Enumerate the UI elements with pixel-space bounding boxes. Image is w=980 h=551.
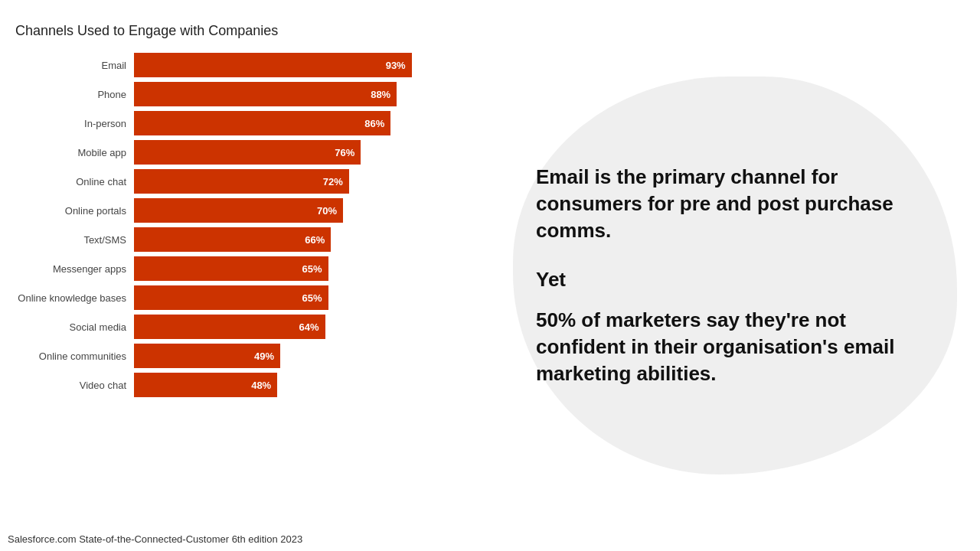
bar-label: Phone xyxy=(15,89,134,100)
bar-value: 49% xyxy=(254,350,274,362)
bar-fill: 76% xyxy=(134,140,361,165)
yet-label: Yet xyxy=(536,268,934,292)
bar-fill: 66% xyxy=(134,227,331,252)
bar-label: Social media xyxy=(15,321,134,333)
bar-value: 76% xyxy=(335,147,354,158)
bar-label: Online knowledge bases xyxy=(15,292,134,304)
bar-row: Online portals70% xyxy=(15,198,475,223)
bar-label: Online communities xyxy=(15,350,134,362)
bar-track: 65% xyxy=(134,285,475,310)
bar-fill: 72% xyxy=(134,169,349,194)
bar-track: 88% xyxy=(134,82,475,106)
bar-row: Mobile app76% xyxy=(15,140,475,165)
bar-track: 70% xyxy=(134,198,475,223)
footer: Salesforce.com State-of-the-Connected-Cu… xyxy=(8,533,302,545)
bar-value: 70% xyxy=(317,205,337,217)
chart-title: Channels Used to Engage with Companies xyxy=(15,23,475,39)
bar-value: 93% xyxy=(386,60,406,71)
bar-label: Email xyxy=(15,60,134,71)
bar-label: Online portals xyxy=(15,205,134,217)
bar-fill: 93% xyxy=(134,53,412,77)
bar-row: Messenger apps65% xyxy=(15,256,475,281)
bar-row: Text/SMS66% xyxy=(15,227,475,252)
bar-value: 48% xyxy=(251,380,271,391)
bar-track: 86% xyxy=(134,111,475,135)
bar-value: 65% xyxy=(302,292,322,304)
sub-text: 50% of marketers say they're not confide… xyxy=(536,307,934,387)
bar-value: 72% xyxy=(323,176,343,187)
bar-label: Messenger apps xyxy=(15,263,134,275)
bar-track: 64% xyxy=(134,315,475,339)
bar-track: 48% xyxy=(134,373,475,397)
bar-fill: 70% xyxy=(134,198,343,223)
bar-row: Online knowledge bases65% xyxy=(15,285,475,310)
bar-track: 76% xyxy=(134,140,475,165)
bar-track: 66% xyxy=(134,227,475,252)
bar-row: Social media64% xyxy=(15,315,475,339)
right-panel: Email is the primary channel for consume… xyxy=(490,0,980,551)
chart-area: Channels Used to Engage with Companies E… xyxy=(0,0,490,551)
bar-label: Text/SMS xyxy=(15,234,134,246)
main-container: Channels Used to Engage with Companies E… xyxy=(0,0,980,551)
bar-label: Online chat xyxy=(15,176,134,187)
bar-row: Phone88% xyxy=(15,82,475,106)
bars-container: Email93%Phone88%In-person86%Mobile app76… xyxy=(15,53,475,397)
bar-row: Online chat72% xyxy=(15,169,475,194)
bar-label: In-person xyxy=(15,118,134,129)
bar-value: 66% xyxy=(305,234,325,246)
bar-row: In-person86% xyxy=(15,111,475,135)
highlight-text: Email is the primary channel for consume… xyxy=(536,164,934,244)
bar-track: 49% xyxy=(134,344,475,368)
bar-label: Mobile app xyxy=(15,147,134,158)
bar-fill: 65% xyxy=(134,256,328,281)
bar-row: Email93% xyxy=(15,53,475,77)
bar-track: 65% xyxy=(134,256,475,281)
bar-value: 65% xyxy=(302,263,322,275)
bar-fill: 64% xyxy=(134,315,325,339)
bar-fill: 86% xyxy=(134,111,390,135)
bar-value: 86% xyxy=(364,118,384,129)
bar-track: 93% xyxy=(134,53,475,77)
bar-fill: 88% xyxy=(134,82,397,106)
text-content: Email is the primary channel for consume… xyxy=(536,164,934,387)
bar-row: Online communities49% xyxy=(15,344,475,368)
bar-row: Video chat48% xyxy=(15,373,475,397)
bar-value: 88% xyxy=(371,89,390,100)
bar-fill: 48% xyxy=(134,373,277,397)
bar-label: Video chat xyxy=(15,380,134,391)
bar-track: 72% xyxy=(134,169,475,194)
bar-fill: 49% xyxy=(134,344,280,368)
bar-value: 64% xyxy=(299,321,319,333)
bar-fill: 65% xyxy=(134,285,328,310)
